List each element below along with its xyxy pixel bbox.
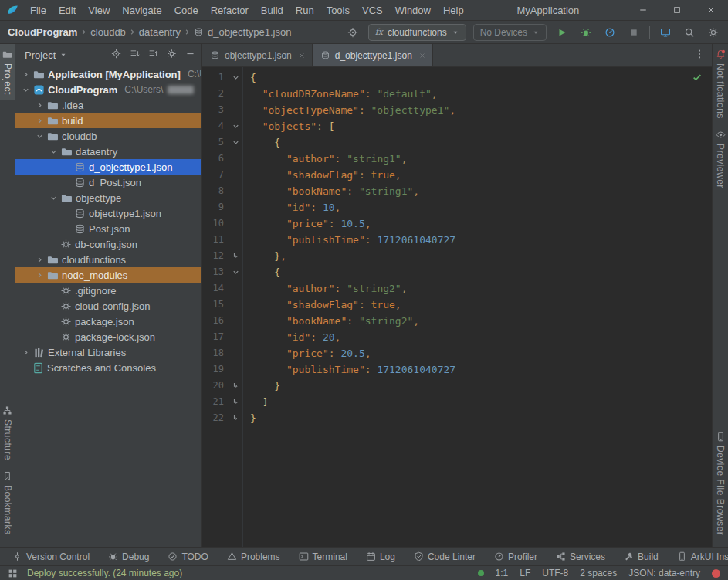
tool-window-button-services[interactable]: Services (556, 551, 605, 562)
tree-item-post-json[interactable]: Post.json (15, 221, 201, 236)
close-tab-button[interactable] (298, 52, 306, 59)
menu-window[interactable]: Window (389, 5, 437, 16)
settings-button[interactable] (705, 24, 722, 41)
breadcrumb-item-d-objecttype1-json[interactable]: d_objecttype1.json (194, 26, 291, 38)
tree-item-package-json[interactable]: package.json (15, 314, 201, 329)
tree-item-idea[interactable]: .idea (15, 97, 201, 113)
breadcrumb-item-clouddb[interactable]: clouddb (90, 26, 126, 38)
fold-end-marker-icon[interactable] (232, 398, 240, 406)
tree-item-dataentry[interactable]: dataentry (15, 144, 201, 159)
tool-window-button-code-linter[interactable]: Code Linter (414, 551, 476, 562)
tree-item-clouddb[interactable]: clouddb (15, 128, 201, 144)
fold-end-marker-icon[interactable] (232, 252, 240, 260)
close-button[interactable] (694, 0, 728, 20)
locate-button[interactable] (111, 49, 121, 61)
tab-objecttype1-json[interactable]: objecttype1.json (202, 44, 313, 66)
breadcrumb-item-cloudprogram[interactable]: CloudProgram (8, 26, 77, 38)
tree-item-external-libraries[interactable]: External Libraries (15, 344, 201, 360)
menu-run[interactable]: Run (290, 5, 320, 16)
line-separator[interactable]: LF (520, 568, 530, 578)
tool-window-button-terminal[interactable]: Terminal (299, 551, 347, 562)
menu-navigate[interactable]: Navigate (116, 5, 168, 16)
code-line: 12 }, (202, 248, 712, 264)
menu-tools[interactable]: Tools (320, 5, 356, 16)
tree-item-build[interactable]: build (15, 113, 201, 128)
tool-window-button-problems[interactable]: Problems (227, 551, 280, 562)
stop-button[interactable] (625, 24, 642, 41)
tool-window-button-profiler[interactable]: Profiler (494, 551, 537, 562)
fold-open-marker-icon[interactable] (232, 268, 240, 276)
tool-window-button-todo[interactable]: TODO (168, 551, 208, 562)
fold-open-marker-icon[interactable] (232, 138, 240, 147)
notifications-icon (716, 49, 726, 59)
tree-item-db-config-json[interactable]: db-config.json (15, 236, 201, 252)
menu-file[interactable]: File (24, 5, 52, 16)
tool-window-button-build[interactable]: Build (624, 551, 659, 562)
menu-vcs[interactable]: VCS (356, 5, 389, 16)
minimize-button[interactable] (626, 0, 660, 20)
error-notification-icon[interactable] (712, 569, 720, 578)
menu-build[interactable]: Build (255, 5, 290, 16)
menu-view[interactable]: View (82, 5, 116, 16)
fold-open-marker-icon[interactable] (232, 73, 240, 82)
status-message[interactable]: Deploy successfully. (24 minutes ago) (27, 568, 182, 578)
collapse-all-button[interactable] (148, 49, 158, 61)
code-text: "bookName": "string2", (242, 313, 419, 329)
menu-refactor[interactable]: Refactor (205, 5, 255, 16)
tree-item-d-objecttype1-json[interactable]: d_objecttype1.json (15, 159, 201, 175)
tool-stripe-structure[interactable]: Structure (0, 400, 15, 466)
search-everywhere-button[interactable] (681, 24, 698, 41)
tree-item-cloudprogram[interactable]: CloudProgramC:\Users\ (15, 82, 201, 97)
tool-window-button-log[interactable]: Log (366, 551, 395, 562)
tree-item-d-post-json[interactable]: d_Post.json (15, 175, 201, 190)
tool-window-button-debug[interactable]: Debug (108, 551, 149, 562)
tree-item-node-modules[interactable]: node_modules (15, 267, 201, 283)
tree-item-objecttype1-json[interactable]: objecttype1.json (15, 205, 201, 221)
settings-button[interactable] (167, 49, 177, 61)
tool-stripe-project[interactable]: Project (0, 44, 15, 100)
menu-edit[interactable]: Edit (52, 5, 82, 16)
code-text: ] (242, 394, 268, 410)
hide-panel-button[interactable] (185, 49, 195, 61)
run-button[interactable] (554, 24, 571, 41)
device-select[interactable]: No Devices (473, 24, 547, 41)
maximize-button[interactable] (660, 0, 694, 20)
run-configuration-select[interactable]: fxcloudfunctions (368, 24, 466, 41)
tool-window-button-version-control[interactable]: Version Control (12, 551, 90, 562)
tool-stripe-previewer[interactable]: Previewer (713, 124, 728, 194)
tool-stripe-device-file-browser[interactable]: Device File Browser (713, 426, 728, 541)
cursor-position[interactable]: 1:1 (496, 568, 509, 578)
tree-item-package-lock-json[interactable]: package-lock.json (15, 329, 201, 344)
close-tab-button[interactable] (418, 52, 426, 59)
tree-item-application-myapplication[interactable]: Application [MyApplication]C:\U (15, 66, 201, 82)
file-type[interactable]: JSON: data-entry (628, 568, 700, 578)
attach-target-button[interactable] (344, 24, 361, 41)
fold-open-marker-icon[interactable] (232, 122, 240, 131)
fold-end-marker-icon[interactable] (232, 414, 240, 422)
tool-stripe-bookmarks[interactable]: Bookmarks (0, 466, 15, 541)
tool-window-button-arkui-inspector[interactable]: ArkUI Inspector (677, 551, 728, 562)
file-encoding[interactable]: UTF-8 (542, 568, 568, 578)
tree-item-gitignore[interactable]: .gitignore (15, 283, 201, 298)
tree-item-objecttype[interactable]: objecttype (15, 190, 201, 205)
expand-all-button[interactable] (130, 49, 140, 61)
code-line: 22} (202, 410, 712, 426)
breadcrumb-item-dataentry[interactable]: dataentry (139, 26, 181, 38)
menu-code[interactable]: Code (168, 5, 205, 16)
tab-options-button[interactable] (694, 49, 705, 62)
indent-style[interactable]: 2 spaces (580, 568, 617, 578)
tree-item-cloud-config-json[interactable]: cloud-config.json (15, 298, 201, 314)
tab-d-objecttype1-json[interactable]: d_objecttype1.json (313, 44, 433, 66)
project-panel-title[interactable]: Project (25, 49, 56, 61)
code-editor[interactable]: 1{2 "cloudDBZoneName": "default",3 "obje… (202, 67, 712, 547)
debug-button[interactable] (577, 24, 594, 41)
menu-help[interactable]: Help (437, 5, 470, 16)
device-manager-button[interactable] (657, 24, 674, 41)
tool-stripe-notifications[interactable]: Notifications (713, 44, 728, 124)
tool-window-switcher-icon[interactable] (8, 568, 18, 578)
tree-item-cloudfunctions[interactable]: cloudfunctions (15, 252, 201, 267)
tree-item-label: clouddb (62, 131, 97, 142)
fold-end-marker-icon[interactable] (232, 382, 240, 390)
tree-item-scratches-and-consoles[interactable]: Scratches and Consoles (15, 360, 201, 375)
profile-button[interactable] (601, 24, 618, 41)
